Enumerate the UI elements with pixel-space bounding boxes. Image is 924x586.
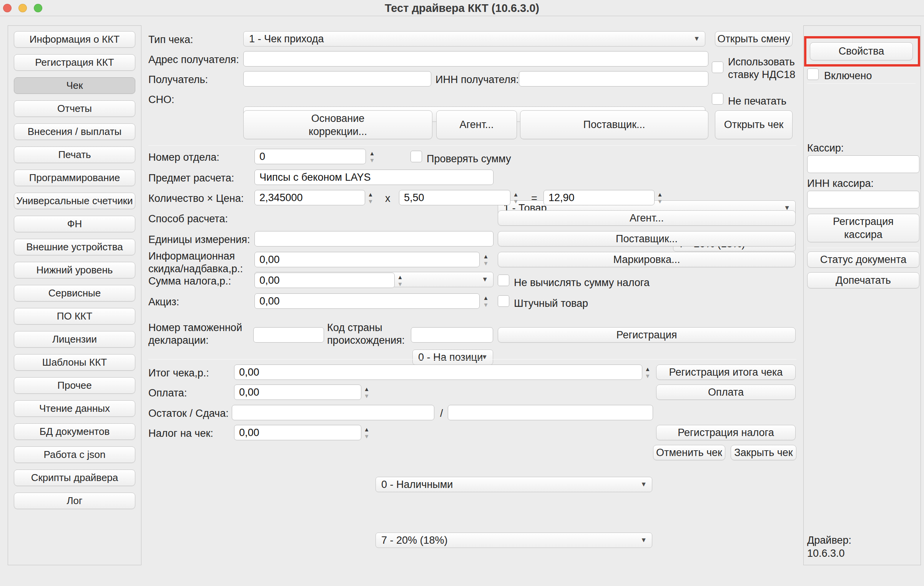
sidebar-item-kkt-registration[interactable]: Регистрация ККТ xyxy=(14,54,135,71)
recipient-input[interactable] xyxy=(243,71,431,87)
equals-label: = xyxy=(531,193,537,205)
sidebar-item-reports[interactable]: Отчеты xyxy=(14,100,135,117)
sidebar-item-print[interactable]: Печать xyxy=(14,146,135,163)
piece-goods-checkbox[interactable] xyxy=(498,295,509,307)
payment-button[interactable]: Оплата xyxy=(656,385,796,400)
sidebar-item-log[interactable]: Лог xyxy=(14,493,135,509)
stepper-up-icon: ▲ xyxy=(364,386,370,392)
tax-sum-stepper[interactable]: ▲▼ xyxy=(395,273,405,288)
use-vat18-label: Использовать ставку НДС18 xyxy=(728,56,805,81)
register-total-label: Регистрация итога чека xyxy=(669,366,783,378)
country-code-input[interactable] xyxy=(411,327,493,343)
recipient-address-input[interactable] xyxy=(243,51,708,67)
sidebar-item-programming[interactable]: Программирование xyxy=(14,170,135,186)
department-stepper[interactable]: ▲▼ xyxy=(367,149,377,164)
sidebar-item-kkt-info[interactable]: Информация о ККТ xyxy=(14,31,135,48)
total-stepper[interactable]: ▲▼ xyxy=(642,365,653,380)
cancel-receipt-button[interactable]: Отменить чек xyxy=(653,445,725,460)
separator xyxy=(807,83,916,84)
receipt-tax-stepper[interactable]: ▲▼ xyxy=(361,425,372,440)
agent2-button[interactable]: Агент... xyxy=(498,210,796,226)
marking-button[interactable]: Маркировка... xyxy=(498,252,796,267)
sidebar-item-external-devices[interactable]: Внешние устройства xyxy=(14,239,135,255)
excise-stepper[interactable]: ▲▼ xyxy=(480,293,491,309)
print-more-button[interactable]: Допечатать xyxy=(807,272,919,288)
supplier2-button[interactable]: Поставщик... xyxy=(498,231,796,246)
payment-stepper[interactable]: ▲▼ xyxy=(361,385,372,400)
payment-input[interactable] xyxy=(234,385,361,400)
stepper-up-icon: ▲ xyxy=(645,366,651,372)
sidebar-item-other[interactable]: Прочее xyxy=(14,377,135,394)
sidebar-item-low-level[interactable]: Нижний уровень xyxy=(14,262,135,278)
sidebar-item-deposits-payouts[interactable]: Внесения / выплаты xyxy=(14,123,135,140)
tax-mode-value: 0 - На позици xyxy=(418,351,483,363)
cashier-input[interactable] xyxy=(807,155,919,173)
sidebar-item-data-reading[interactable]: Чтение данных xyxy=(14,400,135,417)
use-vat18-checkbox[interactable] xyxy=(712,62,723,73)
department-input[interactable] xyxy=(254,149,366,164)
quantity-input[interactable] xyxy=(254,190,365,205)
sidebar-item-kkt-software[interactable]: ПО ККТ xyxy=(14,308,135,325)
sidebar-item-service[interactable]: Сервисные xyxy=(14,285,135,301)
sidebar-item-label: Программирование xyxy=(29,172,120,184)
receipt-tax-input[interactable] xyxy=(234,425,361,440)
register-tax-button[interactable]: Регистрация налога xyxy=(656,425,796,440)
sidebar-item-licenses[interactable]: Лицензии xyxy=(14,331,135,348)
change-input[interactable] xyxy=(448,405,653,420)
sidebar-item-receipt[interactable]: Чек xyxy=(14,77,135,94)
register-total-button[interactable]: Регистрация итога чека xyxy=(656,365,796,380)
sidebar-item-label: Скрипты драйвера xyxy=(31,472,118,484)
units-input[interactable] xyxy=(254,231,494,246)
total-input[interactable] xyxy=(234,365,642,380)
payment-method-label: Способ расчета: xyxy=(148,213,228,225)
right-panel xyxy=(803,25,921,565)
sidebar-item-kkt-templates[interactable]: Шаблоны ККТ xyxy=(14,354,135,371)
sidebar-item-fn[interactable]: ФН xyxy=(14,216,135,232)
stepper-up-icon: ▲ xyxy=(397,274,403,280)
enabled-checkbox[interactable] xyxy=(807,68,819,80)
check-sum-checkbox[interactable] xyxy=(410,151,422,162)
price-input[interactable] xyxy=(399,190,510,205)
open-receipt-button[interactable]: Открыть чек xyxy=(715,110,793,139)
registration-button[interactable]: Регистрация xyxy=(498,327,796,343)
price-stepper[interactable]: ▲▼ xyxy=(510,190,521,205)
recipient-inn-input[interactable] xyxy=(519,71,708,87)
subject-label: Предмет расчета: xyxy=(148,172,234,184)
close-receipt-button[interactable]: Закрыть чек xyxy=(731,445,796,460)
no-print-checkbox[interactable] xyxy=(712,93,723,105)
sidebar-item-label: Сервисные xyxy=(48,287,101,299)
no-tax-calc-checkbox[interactable] xyxy=(498,275,509,286)
remainder-input[interactable] xyxy=(232,405,434,420)
slash-label: / xyxy=(440,408,443,420)
open-shift-button[interactable]: Открыть смену xyxy=(715,31,793,47)
payment-label: Оплата: xyxy=(148,387,187,399)
document-status-button[interactable]: Статус документа xyxy=(807,251,919,268)
sum-stepper[interactable]: ▲▼ xyxy=(655,190,665,205)
payment-type-select[interactable]: 0 - Наличными▼ xyxy=(376,477,652,492)
quantity-stepper[interactable]: ▲▼ xyxy=(365,190,376,205)
tax-sum-input[interactable] xyxy=(254,273,395,288)
register-cashier-button[interactable]: Регистрация кассира xyxy=(807,214,919,242)
supplier-button[interactable]: Поставщик... xyxy=(520,110,708,139)
info-discount-stepper[interactable]: ▲▼ xyxy=(480,252,491,267)
correction-basis-button[interactable]: Основание коррекции... xyxy=(243,110,432,139)
sum-input[interactable] xyxy=(543,190,655,205)
sidebar-item-universal-counters[interactable]: Универсальные счетчики xyxy=(14,193,135,209)
agent-button[interactable]: Агент... xyxy=(436,110,517,139)
excise-input[interactable] xyxy=(254,293,480,309)
open-receipt-label: Открыть чек xyxy=(724,119,783,131)
receipt-type-select[interactable]: 1 - Чек прихода▼ xyxy=(243,31,705,47)
supplier-label: Поставщик... xyxy=(583,119,645,131)
subject-input[interactable] xyxy=(254,170,494,185)
open-shift-label: Открыть смену xyxy=(717,33,790,45)
customs-number-input[interactable] xyxy=(253,327,324,343)
info-discount-input[interactable] xyxy=(254,252,480,267)
sidebar-item-documents-db[interactable]: БД документов xyxy=(14,423,135,440)
sidebar-item-label: Информация о ККТ xyxy=(30,33,120,45)
receipt-tax-rate-select[interactable]: 7 - 20% (18%)▼ xyxy=(376,533,652,548)
sidebar-item-driver-scripts[interactable]: Скрипты драйвера xyxy=(14,469,135,486)
tax-mode-select[interactable]: 0 - На позици▼ xyxy=(412,350,493,365)
properties-button[interactable]: Свойства xyxy=(810,42,913,60)
sidebar-item-json[interactable]: Работа с json xyxy=(14,446,135,463)
cashier-inn-input[interactable] xyxy=(807,191,919,208)
